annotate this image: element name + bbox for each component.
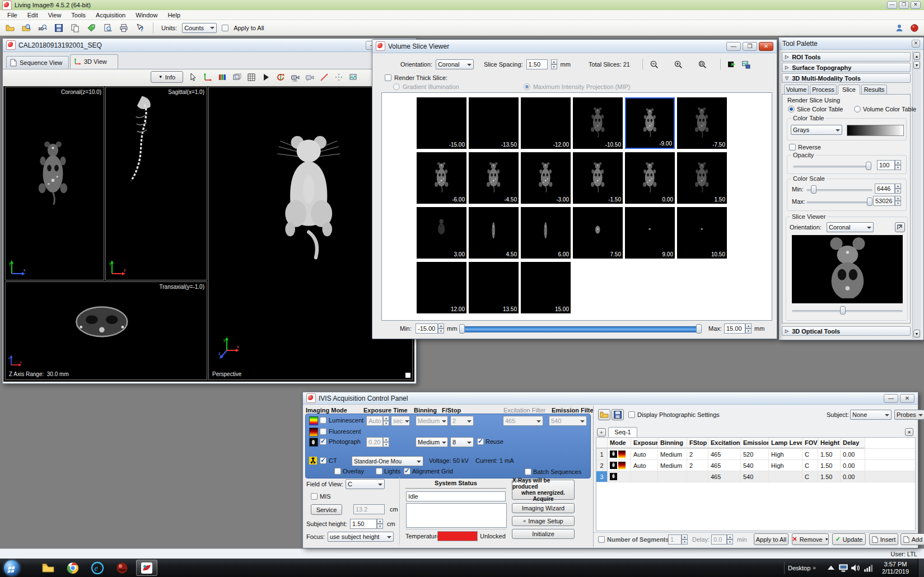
update-button[interactable]: ✓Update [832, 533, 866, 545]
lights-checkbox[interactable] [376, 468, 382, 475]
tab-volume[interactable]: Volume [784, 85, 809, 95]
sequence-row-2[interactable]: 2AutoMedium2465540HighC1.500.00 [596, 460, 915, 471]
slice-cell--4.50[interactable]: -4.50 [469, 152, 519, 204]
app-close-button[interactable]: ✕ [911, 1, 921, 9]
print-icon[interactable] [118, 22, 129, 33]
app-maximize-button[interactable]: ❐ [899, 1, 909, 9]
tray-volume-icon[interactable] [851, 564, 861, 573]
photo-fstop-dropdown[interactable]: 8 [450, 437, 474, 447]
menu-file[interactable]: File [2, 11, 22, 20]
ivis-titlebar[interactable]: IVIS Acquisition Control Panel — ✕ [303, 392, 918, 405]
slice-cell-4.50[interactable]: 4.50 [469, 207, 519, 259]
copy-icon[interactable] [69, 22, 80, 33]
fluorescent-checkbox[interactable] [320, 428, 326, 435]
lum-excitation-dropdown[interactable]: 465 [503, 416, 543, 426]
photo-binning-dropdown[interactable]: Medium [416, 437, 448, 447]
vsv-max-field[interactable]: 15.00 [724, 323, 745, 334]
desktop-toolbar[interactable]: Desktop» [788, 565, 816, 571]
subject-dropdown[interactable]: None [850, 410, 892, 420]
play-icon[interactable] [260, 72, 271, 83]
slice-range-max-handle[interactable] [696, 324, 702, 334]
camera2-icon[interactable] [304, 72, 315, 83]
vsv-titlebar[interactable]: Volume Slice Viewer — ❐ ✕ [372, 40, 777, 53]
add-button[interactable]: Add [900, 533, 924, 545]
tray-network-icon[interactable] [863, 564, 873, 573]
menu-help[interactable]: Help [162, 11, 185, 20]
tool-palette-titlebar[interactable]: Tool Palette ✕ [779, 37, 923, 50]
slice-cell--6.00[interactable]: -6.00 [417, 152, 466, 204]
slice-cell-7.50[interactable]: 7.50 [573, 207, 623, 259]
seq-save-button[interactable] [612, 409, 624, 420]
subject-height-spinner[interactable]: ▲▼ [377, 519, 383, 529]
slice-cell-0.00[interactable]: 0.00 [625, 152, 675, 204]
batch-sequences-checkbox[interactable] [525, 468, 531, 475]
save-image-icon[interactable] [741, 59, 752, 70]
context-help-icon[interactable]: ? [134, 22, 145, 33]
open-file-icon[interactable] [4, 22, 15, 33]
axes-icon[interactable] [202, 72, 213, 83]
mip-radio[interactable] [524, 83, 530, 90]
scale-min-field[interactable]: 6446 [875, 184, 895, 194]
line-icon[interactable] [319, 72, 329, 83]
slice-cell--12.00[interactable]: -12.00 [521, 97, 571, 149]
opacity-field[interactable]: 100 [877, 160, 895, 170]
pointer-icon[interactable] [188, 72, 198, 83]
slice-cell--3.00[interactable]: -3.00 [521, 152, 571, 204]
section-3d-multi-modality[interactable]: ▽3D Multi-Modality Tools [782, 73, 911, 83]
tab-process[interactable]: Process [810, 85, 837, 95]
ct-checkbox[interactable] [320, 457, 326, 464]
tab-3d-view[interactable]: 3D View [70, 54, 118, 69]
palette-orientation-dropdown[interactable]: Coronal [827, 222, 874, 232]
menu-tools[interactable]: Tools [66, 11, 91, 20]
vsv-close-button[interactable]: ✕ [759, 42, 773, 51]
slice-cell-13.50[interactable]: 13.50 [469, 262, 519, 313]
segments-spinner[interactable]: ▲▼ [682, 534, 688, 545]
vsv-min-spinner[interactable]: ▲▼ [438, 323, 444, 334]
subject-height-field[interactable]: 1.50 [350, 519, 377, 529]
taskbar-explorer[interactable] [38, 560, 59, 576]
image-stack-icon[interactable] [348, 72, 358, 83]
slice-spacing-field[interactable]: 1.50 [526, 59, 548, 69]
points-icon[interactable] [333, 72, 344, 83]
tab-results[interactable]: Results [861, 85, 887, 95]
section-3d-optical-tools[interactable]: ▷3D Optical Tools [782, 326, 911, 336]
taskbar-living-image[interactable] [136, 560, 157, 576]
lum-fstop-dropdown[interactable]: 2 [450, 416, 474, 426]
coronal-view[interactable]: Coronal(z=10.0) yx [5, 87, 104, 280]
slice-cell--13.50[interactable]: -13.50 [469, 97, 519, 149]
slice-cell-3.00[interactable]: 3.00 [417, 207, 466, 259]
segments-checkbox[interactable] [598, 536, 605, 543]
save-icon[interactable] [53, 22, 64, 33]
luminescent-checkbox[interactable] [320, 417, 326, 424]
render-thick-checkbox[interactable] [385, 74, 391, 81]
orientation-dropdown[interactable]: Coronal [436, 59, 474, 69]
zoom-in-icon[interactable] [673, 59, 684, 70]
alignment-grid-checkbox[interactable] [404, 468, 410, 475]
color-table-dropdown[interactable]: Grays [791, 125, 842, 135]
slice-cell-15.00[interactable]: 15.00 [521, 262, 571, 313]
overlay-checkbox[interactable] [334, 468, 341, 475]
slice-cell--7.50[interactable]: -7.50 [677, 97, 727, 149]
clock[interactable]: 3:57 PM2/11/2019 [882, 561, 909, 575]
photo-exposure-field[interactable]: 0.20 [366, 437, 383, 447]
camera-icon[interactable]: CMD [290, 72, 300, 83]
rotate-icon[interactable] [275, 72, 286, 83]
scale-max-handle[interactable] [867, 198, 872, 206]
lum-exposure-spinner[interactable]: ▲▼ [383, 416, 389, 426]
slice-cell-1.50[interactable]: 1.50 [677, 152, 727, 204]
service-button[interactable]: Service [311, 504, 342, 515]
menu-window[interactable]: Window [130, 11, 162, 20]
display-photo-checkbox[interactable] [628, 411, 635, 418]
slice-cell--15.00[interactable]: -15.00 [417, 97, 466, 149]
opacity-slider[interactable] [793, 166, 871, 168]
popout-icon[interactable] [895, 222, 905, 232]
taskbar-chrome[interactable] [62, 560, 83, 576]
slice-position-slider[interactable] [792, 310, 903, 312]
zoom-fit-icon[interactable] [697, 59, 708, 70]
probes-dropdown[interactable]: Probes [894, 410, 924, 420]
tool-palette-scrollbar[interactable]: ▲ ▼ ▼ [912, 51, 921, 339]
imaging-wizard-button[interactable]: Imaging Wizard [512, 503, 575, 513]
tab-slice[interactable]: Slice [838, 85, 860, 95]
photo-exposure-spinner[interactable]: ▲▼ [383, 437, 389, 447]
ivis-close-button[interactable]: ✕ [900, 394, 914, 403]
